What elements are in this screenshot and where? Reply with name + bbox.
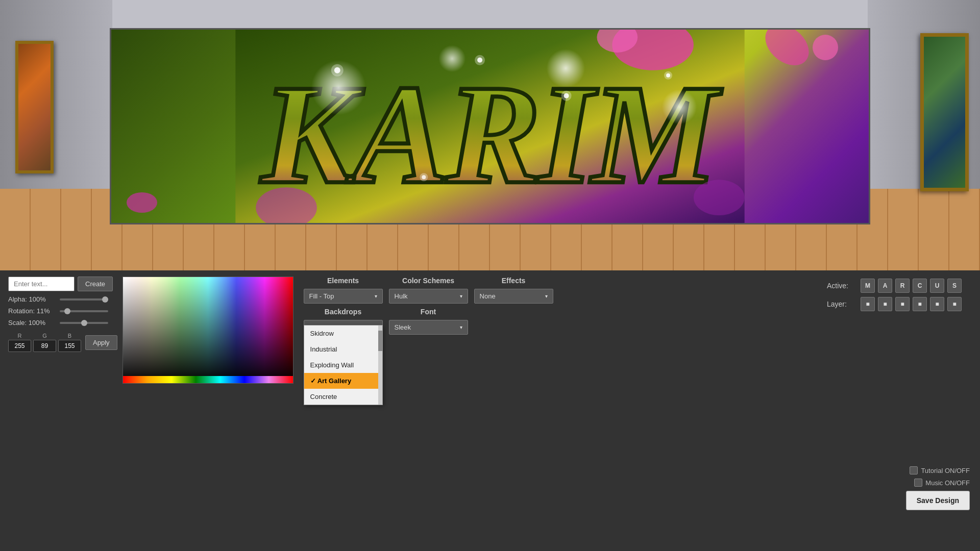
rotation-row: Rotation: 11% [8, 307, 117, 315]
elements-dropdown-value: Fill - Top [309, 292, 334, 300]
music-label: Music ON/OFF [925, 479, 970, 487]
g-label: G [42, 333, 47, 339]
g-label-group: G [33, 333, 56, 352]
rotation-slider[interactable] [60, 310, 108, 312]
backdrops-title: Backdrops [304, 308, 383, 316]
active-btn-a[interactable]: A [878, 279, 892, 293]
b-input[interactable] [58, 340, 81, 352]
svg-point-7 [475, 55, 485, 65]
svg-point-13 [420, 173, 428, 181]
b-label: B [68, 333, 71, 339]
tutorial-label: Tutorial ON/OFF [921, 467, 970, 474]
alpha-label: Alpha: 100% [8, 295, 57, 303]
effects-chevron-down-icon: ▾ [545, 293, 548, 299]
painting-left [15, 41, 54, 173]
active-btn-u[interactable]: U [930, 279, 944, 293]
graffiti-svg: KARIM [111, 30, 869, 223]
painting-right [920, 33, 969, 191]
text-input[interactable] [8, 277, 75, 291]
font-group: Font Sleek ▾ [389, 308, 468, 335]
g-input[interactable] [33, 340, 56, 352]
color-gradient[interactable] [123, 277, 293, 383]
text-input-row: Create [8, 277, 117, 291]
r-label: R [18, 333, 22, 339]
rgb-row: R G B Apply [8, 333, 117, 352]
tutorial-row: Tutorial ON/OFF [910, 466, 970, 474]
music-row: Music ON/OFF [914, 479, 970, 487]
font-title: Font [389, 308, 468, 316]
svg-point-11 [664, 71, 672, 80]
color-schemes-group: Color Schemes Hulk ▾ [389, 277, 468, 304]
layer-btn-6[interactable]: ■ [947, 297, 962, 311]
effects-dropdown[interactable]: None ▾ [474, 289, 553, 304]
backdrops-dropdown-menu[interactable]: Skidrow Industrial Exploding Wall Art Ga… [304, 325, 383, 405]
color-schemes-value: Hulk [395, 292, 408, 300]
active-row: Active: M A R C U S [827, 279, 962, 293]
layer-btn-5[interactable]: ■ [930, 297, 944, 311]
splash-decoration [813, 35, 838, 60]
scale-slider[interactable] [60, 322, 108, 324]
layer-btn-1[interactable]: ■ [861, 297, 875, 311]
create-button[interactable]: Create [78, 277, 113, 291]
rotation-label: Rotation: 11% [8, 307, 57, 315]
font-value: Sleek [395, 323, 411, 331]
layer-btn-4[interactable]: ■ [913, 297, 927, 311]
rainbow-bar[interactable] [123, 376, 293, 383]
elements-group: Elements Fill - Top ▾ [304, 277, 383, 304]
color-picker[interactable] [122, 277, 293, 384]
scale-label: Scale: 100% [8, 319, 57, 327]
active-btn-c[interactable]: C [913, 279, 927, 293]
backdrops-group: Backdrops Art Gallery ▾ Skidrow Industri… [304, 308, 383, 335]
effects-group: Effects None ▾ [474, 277, 553, 304]
elements-title: Elements [304, 277, 383, 285]
layer-btn-3[interactable]: ■ [895, 297, 910, 311]
r-input[interactable] [8, 340, 31, 352]
r-label-group: R [8, 333, 31, 352]
alpha-row: Alpha: 100% [8, 295, 117, 303]
backdrop-scrollbar[interactable] [378, 325, 382, 405]
elements-dropdown[interactable]: Fill - Top ▾ [304, 289, 383, 304]
effects-title: Effects [474, 277, 553, 285]
active-label: Active: [827, 282, 857, 290]
bottom-controls-row: Backdrops Art Gallery ▾ Skidrow Industri… [304, 308, 553, 335]
color-schemes-chevron-down-icon: ▾ [460, 293, 462, 299]
svg-point-9 [561, 91, 572, 101]
elements-chevron-down-icon: ▾ [375, 293, 377, 299]
scale-row: Scale: 100% [8, 319, 117, 327]
top-controls-row: Elements Fill - Top ▾ Color Schemes Hulk… [304, 277, 553, 304]
controls-panel: Create Alpha: 100% Rotation: 11% Scale: … [0, 270, 980, 551]
bottom-right-section: Tutorial ON/OFF Music ON/OFF Save Design [906, 466, 970, 510]
backdrop-item-skidrow[interactable]: Skidrow [304, 325, 382, 341]
active-btn-m[interactable]: M [861, 279, 875, 293]
svg-point-5 [331, 64, 344, 77]
splash-decoration [127, 192, 157, 213]
tutorial-checkbox[interactable] [910, 466, 918, 474]
backdrop-item-art-gallery[interactable]: Art Gallery [304, 373, 382, 389]
middle-controls: Elements Fill - Top ▾ Color Schemes Hulk… [299, 277, 553, 335]
backdrop-item-exploding-wall[interactable]: Exploding Wall [304, 357, 382, 373]
b-label-group: B [58, 333, 81, 352]
layer-row: Layer: ■ ■ ■ ■ ■ ■ [827, 297, 962, 311]
font-chevron-down-icon: ▾ [460, 324, 462, 330]
backdrop-item-industrial[interactable]: Industrial [304, 341, 382, 357]
layer-label: Layer: [827, 300, 857, 308]
active-layer-section: Active: M A R C U S Layer: ■ ■ ■ ■ ■ ■ [827, 277, 972, 315]
color-schemes-dropdown[interactable]: Hulk ▾ [389, 289, 468, 304]
scene-area: KARIM [0, 0, 980, 270]
music-checkbox[interactable] [914, 479, 922, 487]
svg-text:KARIM: KARIM [259, 55, 723, 213]
graffiti-canvas: KARIM [110, 28, 870, 224]
layer-btn-2[interactable]: ■ [878, 297, 892, 311]
left-controls: Create Alpha: 100% Rotation: 11% Scale: … [8, 277, 117, 352]
backdrop-scrollbar-thumb[interactable] [378, 331, 382, 351]
font-dropdown[interactable]: Sleek ▾ [389, 320, 468, 335]
backdrop-item-concrete[interactable]: Concrete [304, 389, 382, 405]
apply-button[interactable]: Apply [85, 335, 117, 350]
color-schemes-title: Color Schemes [389, 277, 468, 285]
save-design-button[interactable]: Save Design [906, 491, 970, 510]
active-btn-s[interactable]: S [947, 279, 962, 293]
effects-value: None [480, 292, 496, 300]
alpha-slider[interactable] [60, 298, 108, 300]
active-btn-r[interactable]: R [895, 279, 910, 293]
svg-point-15 [694, 180, 745, 215]
